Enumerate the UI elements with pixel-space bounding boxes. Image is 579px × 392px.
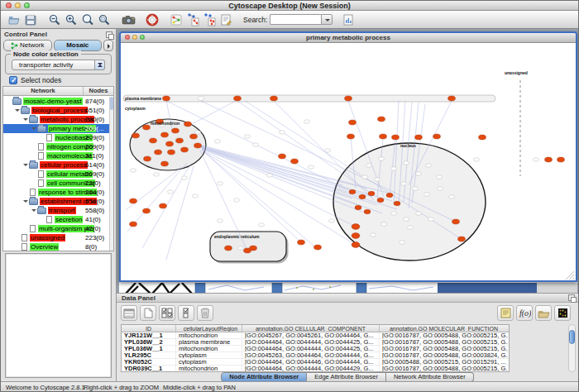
tree-row[interactable]: metabolic process 280(0) — [3, 115, 109, 124]
delete-attribute-trash-icon[interactable] — [197, 305, 213, 321]
window-titlebar[interactable]: Cytoscape Desktop (New Session) — [1, 1, 578, 11]
search-input[interactable] — [270, 14, 321, 25]
tree-row[interactable]: transport 558(0) — [3, 206, 109, 215]
camera-snapshot-icon[interactable] — [120, 12, 136, 27]
expand-triangle-icon[interactable] — [22, 162, 29, 169]
tree-node-count: 209(0) — [85, 134, 104, 141]
network-canvas[interactable]: plasma membrane cytoplasm mitochondrion … — [121, 43, 576, 280]
network-from-selection-icon[interactable] — [184, 12, 201, 27]
column-header-cellular-component[interactable]: annotation.GO CELLULAR_COMPONENT — [242, 325, 380, 332]
report-page-icon[interactable] — [340, 12, 356, 27]
float-panel-icon[interactable] — [106, 31, 112, 38]
network-desktop: primary metabolic process — [117, 29, 578, 293]
network-view-frame: primary metabolic process — [119, 31, 577, 282]
tree-node-count: 874(0) — [85, 98, 104, 105]
zoom-fit-magnifier-icon[interactable] — [96, 12, 112, 27]
tree-row[interactable]: nitrogen compo 209(0) — [3, 142, 109, 151]
tree-row[interactable]: response to stimulu 264(0) — [3, 188, 109, 197]
tree-row[interactable]: cell communicat 22(0) — [3, 179, 109, 188]
status-bar: Welcome to Cytoscape 2.8.1 Right-click +… — [1, 381, 579, 391]
dropdown-stepper-icon — [94, 60, 105, 70]
tab-overflow-arrow-icon[interactable] — [103, 40, 113, 51]
tree-node-icon — [38, 143, 44, 151]
tab-mosaic[interactable]: Mosaic — [54, 40, 103, 51]
expand-triangle-icon[interactable] — [22, 198, 29, 205]
tree-scrollbar[interactable] — [109, 97, 113, 251]
birdseye-navigator-panel[interactable] — [5, 253, 112, 378]
annotation-page-icon[interactable] — [218, 12, 234, 27]
minimize-window-icon[interactable] — [15, 2, 21, 8]
cell-cellular-component: [GO:0044464, GO:0044444, GO:0044429, G..… — [242, 366, 380, 371]
tree-column-nodes[interactable]: Nodes — [84, 87, 113, 95]
tree-row[interactable]: multi-organism pro 42(0) — [3, 224, 109, 233]
network-nodes-icon[interactable] — [168, 12, 184, 27]
table-scrollbar-thumb[interactable] — [569, 330, 575, 344]
tree-row[interactable]: biological_process 651(0) — [3, 106, 109, 115]
search-dropdown-icon[interactable] — [321, 14, 333, 25]
column-header-id[interactable]: ID — [122, 325, 176, 332]
tree-node-count: 223(0) — [85, 234, 104, 241]
cytoscape-window: Cytoscape Desktop (New Session) Search: … — [0, 0, 579, 392]
tree-column-network[interactable]: Network — [3, 87, 84, 95]
frame-zoom-icon[interactable] — [140, 35, 145, 40]
attribute-table-icon[interactable] — [121, 305, 137, 321]
table-row[interactable]: YPL036W__2 plasma membrane [GO:0044464, … — [122, 339, 509, 346]
expand-triangle-icon[interactable] — [31, 126, 37, 132]
notes-pad-icon[interactable] — [497, 305, 514, 321]
zoom-in-magnifier-icon[interactable] — [63, 12, 79, 27]
table-row[interactable]: YLR295C cytoplasm [GO:0045263, GO:004446… — [122, 352, 509, 359]
expand-triangle-icon[interactable] — [31, 208, 37, 214]
cell-id: YPL036W__2 — [122, 339, 176, 345]
tree-row[interactable]: macromolecule 311(0) — [3, 151, 109, 160]
network-view-icon[interactable] — [201, 12, 218, 27]
tree-row[interactable]: primary metabo 209(... — [3, 124, 109, 133]
zoom-selected-magnifier-icon[interactable] — [79, 12, 96, 27]
data-panel-float-icon[interactable] — [568, 294, 575, 301]
network-tab-icon — [11, 42, 18, 50]
select-nodes-checkbox[interactable] — [9, 76, 17, 84]
network-frame-titlebar[interactable]: primary metabolic process — [121, 33, 576, 43]
open-folder-icon[interactable] — [6, 12, 22, 27]
node-color-selection-title: Node color selection — [11, 50, 81, 58]
matrix-heatmap-icon[interactable] — [554, 305, 571, 321]
select-attributes-checklist-icon[interactable] — [159, 305, 175, 321]
control-panel-title: Control Panel — [1, 29, 116, 40]
node-color-dropdown[interactable]: transporter activity — [12, 60, 105, 70]
tree-scrollbar-thumb[interactable] — [110, 97, 113, 110]
tree-row[interactable]: Overview 8(0) — [3, 242, 109, 251]
tree-row[interactable]: cellular metabo 209(0) — [3, 170, 109, 179]
region-label-cytoplasm: cytoplasm — [125, 106, 146, 111]
new-attribute-page-icon[interactable] — [140, 305, 156, 321]
table-row[interactable]: YDR039C__1 mitochondrion [GO:0044464, GO… — [122, 366, 509, 372]
expand-triangle-icon[interactable] — [22, 117, 29, 123]
frame-minimize-icon[interactable] — [132, 35, 137, 40]
zoom-out-magnifier-icon[interactable] — [46, 12, 63, 27]
region-label-endoplasmic-reticulum: endoplasmic reticulum — [214, 234, 259, 239]
close-window-icon[interactable] — [6, 2, 12, 8]
unselect-attributes-checklist-icon[interactable] — [178, 305, 194, 321]
table-row[interactable]: YKR052C cytoplasm [GO:0044464, GO:004444… — [122, 359, 509, 366]
tree-node-icon — [37, 208, 46, 214]
tree-row[interactable]: unassigned 223(0) — [3, 233, 109, 242]
tree-row[interactable]: nucleobase- 209(0) — [3, 133, 109, 142]
frame-close-icon[interactable] — [125, 35, 130, 40]
tab-network[interactable]: Network — [3, 40, 52, 51]
cell-region: mitochondrion — [176, 366, 242, 371]
background-frames[interactable] — [119, 282, 577, 293]
table-scrollbar[interactable] — [568, 324, 576, 372]
function-builder-icon[interactable]: f(o) — [516, 305, 533, 321]
tree-row[interactable]: secretion 41(0) — [3, 215, 109, 224]
zoom-window-icon[interactable] — [24, 2, 30, 8]
expand-triangle-icon[interactable] — [14, 108, 21, 114]
import-attributes-folder-icon[interactable] — [535, 305, 552, 321]
column-header-molecular-function[interactable]: annotation.GO MOLECULAR_FUNCTION — [380, 325, 508, 332]
table-row[interactable]: YJR121W__1 mitochondrion [GO:0045267, GO… — [122, 332, 509, 339]
table-row[interactable]: YPL036W__1 mitochondrion [GO:0044464, GO… — [122, 346, 509, 352]
tree-row[interactable]: establishment of lo 558(0) — [3, 197, 109, 206]
save-floppy-icon[interactable] — [22, 12, 39, 27]
tree-row[interactable]: cellular process 614(0) — [3, 160, 109, 170]
tree-row[interactable]: mosaic-demo-yeast 874(0) — [3, 97, 109, 106]
column-header-region[interactable]: _cellularLayoutRegion — [176, 325, 242, 332]
help-lifesaver-icon[interactable] — [144, 12, 160, 27]
tree-node-icon — [29, 117, 38, 123]
